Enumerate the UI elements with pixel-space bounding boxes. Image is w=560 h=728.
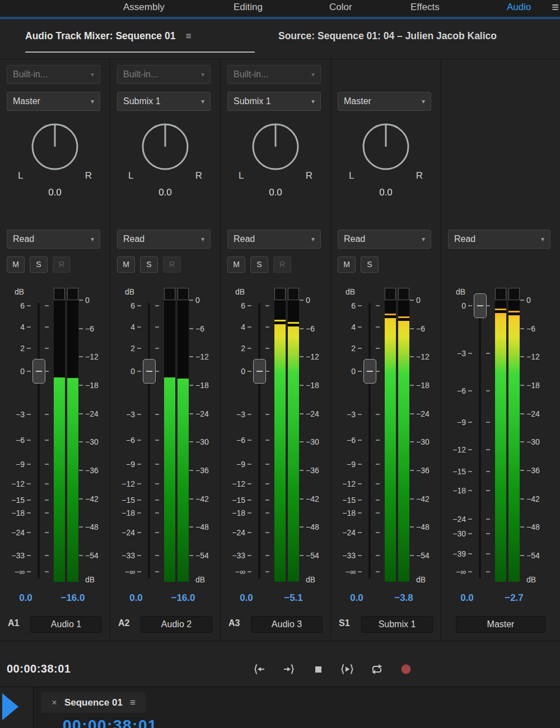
track-name-row: A1Audio 1: [0, 616, 110, 633]
pan-knob[interactable]: [141, 122, 190, 171]
arm-button[interactable]: R: [163, 256, 181, 273]
meter-fill: [508, 315, 520, 582]
output-assign-select[interactable]: Submix 1▾: [227, 92, 321, 111]
workspace-tab-effects[interactable]: Effects: [410, 2, 440, 13]
stop-button[interactable]: [311, 662, 325, 676]
record-button[interactable]: [399, 662, 413, 676]
arm-button[interactable]: R: [273, 256, 291, 273]
peak-hold-line: [385, 314, 396, 315]
meter-scale-label: −6: [416, 324, 425, 333]
mixer-timecode[interactable]: 00:00:38:01: [7, 662, 71, 675]
track-id: A2: [118, 618, 129, 628]
fader-track[interactable]: [368, 303, 371, 578]
meter-scale-label: −24: [526, 409, 540, 418]
automation-mode-select[interactable]: Read▾: [338, 230, 431, 249]
fader-track[interactable]: [148, 303, 150, 578]
play-in-to-out-button[interactable]: [340, 662, 354, 676]
volume-value[interactable]: 0.0: [230, 592, 263, 604]
fader-handle[interactable]: [363, 359, 376, 384]
fader-handle[interactable]: [32, 359, 45, 384]
close-icon[interactable]: ×: [52, 697, 57, 708]
panel-tab-source-monitor[interactable]: Source: Sequence 01: 04 – Julien Jacob K…: [278, 30, 560, 42]
db-label: dB: [526, 575, 536, 584]
go-to-out-button[interactable]: [282, 662, 296, 676]
solo-button[interactable]: S: [250, 256, 268, 273]
fader-handle[interactable]: [474, 293, 487, 318]
scale-tick: [27, 440, 31, 441]
level-meter-bar: [54, 300, 65, 582]
meter-scale-label: −18: [195, 381, 209, 390]
workspace-menu-icon[interactable]: ≡: [552, 0, 559, 15]
solo-button[interactable]: S: [361, 256, 379, 273]
scale-tick: [486, 353, 490, 354]
track-name[interactable]: Audio 1: [30, 616, 102, 633]
fader-track[interactable]: [479, 303, 481, 578]
panel-tab-audio-track-mixer[interactable]: Audio Track Mixer: Sequence 01 ≡: [25, 30, 192, 42]
workspace-tab-assembly[interactable]: Assembly: [123, 2, 165, 13]
pan-knob[interactable]: [30, 122, 80, 171]
automation-mode-select[interactable]: Read▾: [227, 230, 321, 249]
fader-scale-label: 4: [332, 323, 356, 332]
input-device-select[interactable]: Built-in...▾: [7, 65, 100, 84]
meter-scale-label: −36: [306, 466, 319, 475]
volume-value[interactable]: 0.0: [119, 592, 153, 604]
workspace-tab-color[interactable]: Color: [329, 2, 352, 13]
volume-value[interactable]: 0.0: [9, 592, 43, 604]
mute-button[interactable]: M: [117, 256, 135, 273]
pan-knob[interactable]: [251, 122, 300, 171]
scale-tick: [45, 305, 49, 306]
workspace-tab-audio[interactable]: Audio: [507, 2, 531, 13]
automation-mode-select[interactable]: Read▾: [448, 230, 550, 249]
solo-button[interactable]: S: [140, 256, 158, 273]
fader-meter-section: dB6420−3−6−9−12−15−18−24−33−∞0−6−12−18−2…: [0, 286, 110, 589]
peak-hold-line: [398, 316, 409, 318]
track-name[interactable]: Submix 1: [361, 616, 433, 633]
loop-button[interactable]: [370, 662, 384, 676]
output-assign-select[interactable]: Master▾: [7, 92, 100, 111]
volume-value[interactable]: 0.0: [340, 592, 374, 604]
program-timecode[interactable]: 00:00:38:01: [63, 717, 157, 728]
pan-right-label: R: [195, 170, 202, 181]
workspace-tab-editing[interactable]: Editing: [234, 2, 263, 13]
input-device-select[interactable]: Built-in...▾: [117, 65, 211, 84]
scale-tick: [358, 414, 362, 415]
fader-track[interactable]: [38, 303, 40, 578]
volume-value[interactable]: 0.0: [450, 592, 484, 604]
input-device-select[interactable]: Built-in...▾: [227, 65, 321, 84]
mute-button[interactable]: M: [338, 256, 356, 273]
track-name[interactable]: Master: [456, 616, 545, 633]
fader-handle[interactable]: [253, 359, 266, 384]
solo-button[interactable]: S: [30, 256, 48, 273]
pan-knob[interactable]: [361, 122, 410, 171]
mute-button[interactable]: M: [227, 256, 245, 273]
sequence-tab-menu-icon[interactable]: ≡: [130, 697, 136, 708]
scale-tick: [189, 300, 193, 301]
mute-button[interactable]: M: [7, 256, 25, 273]
fader-scale-label: −30: [442, 529, 466, 538]
output-assign-select[interactable]: Master▾: [338, 92, 431, 111]
pan-value[interactable]: 0.0: [331, 187, 441, 198]
meter-scale-label: −48: [195, 522, 209, 531]
fader-scale-label: −9: [111, 460, 135, 469]
go-to-in-button[interactable]: [252, 662, 267, 676]
track-name[interactable]: Audio 2: [141, 616, 212, 633]
pan-value[interactable]: 0.0: [110, 187, 220, 198]
meter-scale-label: −12: [416, 352, 430, 361]
fader-track[interactable]: [258, 303, 260, 578]
scale-tick: [137, 414, 141, 415]
clip-indicator: [274, 288, 286, 300]
pan-value[interactable]: 0.0: [221, 187, 330, 198]
fader-handle[interactable]: [143, 359, 156, 384]
pan-right-label: R: [416, 170, 423, 181]
arm-button[interactable]: R: [53, 256, 71, 273]
scale-tick: [486, 449, 490, 450]
scale-tick: [520, 300, 524, 301]
panel-menu-icon[interactable]: ≡: [185, 30, 191, 42]
pan-value[interactable]: 0.0: [0, 187, 110, 198]
automation-mode-select[interactable]: Read▾: [7, 230, 100, 249]
automation-mode-select[interactable]: Read▾: [117, 230, 211, 249]
meter-scale-label: −36: [195, 466, 209, 475]
sequence-tab[interactable]: × Sequence 01 ≡: [41, 692, 146, 713]
track-name[interactable]: Audio 3: [251, 616, 323, 633]
output-assign-select[interactable]: Submix 1▾: [117, 92, 211, 111]
